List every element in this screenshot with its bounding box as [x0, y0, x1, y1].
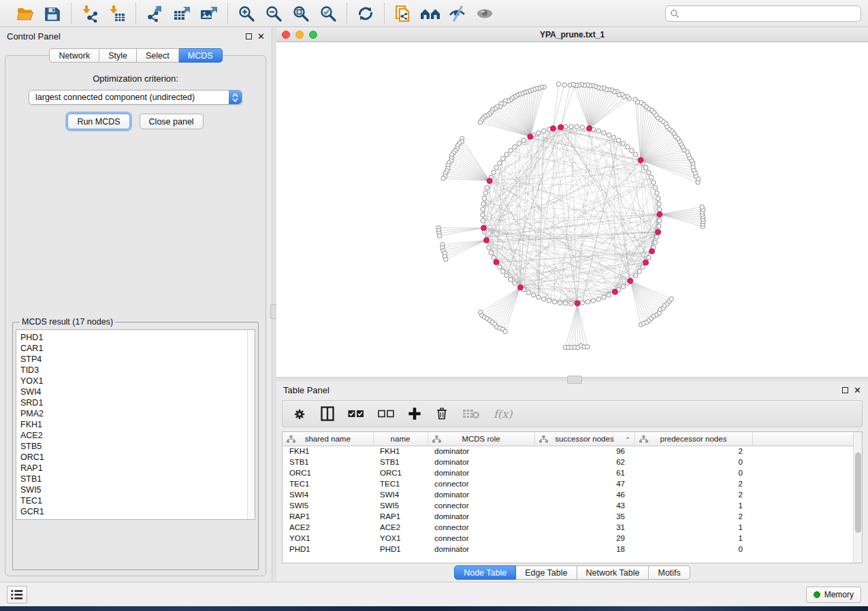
mcds-result-item[interactable]: PHD1: [20, 332, 251, 343]
cell-mcds-role[interactable]: connector: [428, 500, 534, 511]
tab-network[interactable]: Network: [49, 48, 99, 63]
import-table-icon[interactable]: [106, 3, 129, 24]
cell-name[interactable]: YOX1: [373, 533, 428, 544]
cell-shared-name[interactable]: SWI4: [283, 489, 373, 500]
cell-mcds-role[interactable]: dominator: [428, 544, 534, 555]
tab-style[interactable]: Style: [99, 48, 137, 63]
zoom-in-icon[interactable]: [235, 3, 258, 24]
cell-mcds-role[interactable]: dominator: [428, 457, 534, 467]
cell-mcds-role[interactable]: connector: [428, 478, 534, 489]
cell-successor-nodes[interactable]: 18: [534, 544, 634, 555]
column-header-name[interactable]: name: [373, 432, 428, 446]
hide-selected-icon[interactable]: [446, 3, 469, 24]
mcds-result-item[interactable]: STB5: [20, 441, 251, 452]
float-panel-icon[interactable]: [246, 33, 252, 39]
column-header-successor-nodes[interactable]: successor nodes⌄: [534, 432, 634, 446]
cell-successor-nodes[interactable]: 96: [534, 446, 634, 457]
optimization-criterion-select[interactable]: largest connected component (undirected): [29, 90, 242, 105]
memory-button[interactable]: Memory: [806, 587, 861, 603]
horizontal-splitter[interactable]: [276, 377, 868, 381]
cell-name[interactable]: STB1: [373, 457, 428, 467]
tab-motifs[interactable]: Motifs: [649, 565, 690, 580]
first-neighbors-icon[interactable]: [419, 3, 442, 24]
cell-shared-name[interactable]: TEC1: [283, 478, 373, 489]
save-session-icon[interactable]: [41, 3, 64, 24]
table-row[interactable]: FKH1FKH1dominator962: [283, 446, 855, 457]
mcds-result-item[interactable]: RAP1: [20, 463, 251, 474]
close-panel-button[interactable]: Close panel: [140, 114, 204, 129]
import-network-icon[interactable]: [78, 3, 101, 24]
table-row[interactable]: TEC1TEC1connector472: [283, 478, 855, 489]
search-input[interactable]: [679, 9, 856, 18]
cell-name[interactable]: ACE2: [373, 522, 428, 533]
cell-mcds-role[interactable]: dominator: [428, 511, 534, 522]
table-scrollbar[interactable]: [853, 432, 862, 563]
export-image-icon[interactable]: [197, 3, 221, 24]
mcds-result-listbox[interactable]: PHD1CAR1STP4TID3YOX1SWI4SRD1PMA2FKH1ACE2…: [16, 329, 255, 520]
table-row[interactable]: SWI5SWI5connector431: [283, 500, 855, 511]
show-all-icon[interactable]: [473, 3, 496, 24]
cell-name[interactable]: FKH1: [373, 446, 428, 457]
cell-shared-name[interactable]: STB1: [283, 457, 373, 467]
cell-successor-nodes[interactable]: 31: [534, 522, 634, 533]
cell-mcds-role[interactable]: connector: [428, 522, 534, 533]
apply-preferred-layout-icon[interactable]: [354, 3, 377, 24]
network-canvas[interactable]: [276, 42, 868, 377]
deselect-all-icon[interactable]: [378, 409, 394, 418]
cell-shared-name[interactable]: ORC1: [283, 467, 373, 478]
mcds-result-item[interactable]: SWI4: [20, 386, 251, 397]
cell-successor-nodes[interactable]: 46: [534, 489, 634, 500]
cell-name[interactable]: ORC1: [373, 467, 428, 478]
cell-successor-nodes[interactable]: 29: [534, 533, 634, 544]
tab-edge-table[interactable]: Edge Table: [516, 565, 577, 580]
export-network-icon[interactable]: [143, 3, 166, 24]
zoom-out-icon[interactable]: [262, 3, 285, 24]
table-row[interactable]: YOX1YOX1connector291: [283, 533, 855, 544]
mcds-result-item[interactable]: SRD1: [20, 397, 251, 408]
splitter-grip[interactable]: [567, 376, 582, 384]
cell-successor-nodes[interactable]: 43: [534, 500, 634, 511]
add-column-icon[interactable]: [408, 407, 421, 420]
mcds-result-item[interactable]: YOX1: [20, 376, 251, 386]
column-header-predecessor-nodes[interactable]: predecessor nodes: [634, 432, 752, 446]
show-columns-icon[interactable]: [321, 406, 334, 421]
close-panel-icon[interactable]: ✕: [257, 33, 265, 39]
table-row[interactable]: PHD1PHD1dominator180: [283, 544, 855, 555]
mcds-result-item[interactable]: ACE2: [20, 430, 251, 441]
cell-name[interactable]: TEC1: [373, 478, 428, 489]
cell-predecessor-nodes[interactable]: 2: [634, 446, 752, 457]
cell-mcds-role[interactable]: dominator: [428, 467, 534, 478]
cell-name[interactable]: SWI5: [373, 500, 428, 511]
cell-predecessor-nodes[interactable]: 1: [634, 500, 752, 511]
delete-table-icon[interactable]: [462, 408, 480, 420]
scrollbar-thumb[interactable]: [855, 452, 861, 533]
cell-successor-nodes[interactable]: 62: [534, 457, 634, 467]
open-session-icon[interactable]: [14, 3, 37, 24]
column-header-shared-name[interactable]: shared name: [283, 432, 373, 446]
mcds-result-item[interactable]: GCR1: [20, 506, 251, 517]
cell-mcds-role[interactable]: dominator: [428, 489, 534, 500]
network-graph[interactable]: [276, 42, 868, 377]
cell-predecessor-nodes[interactable]: 0: [634, 457, 752, 467]
mcds-result-item[interactable]: TEC1: [20, 495, 251, 506]
mcds-result-item[interactable]: STP4: [20, 354, 251, 365]
mcds-result-item[interactable]: PMA2: [20, 408, 251, 419]
tab-mcds[interactable]: MCDS: [179, 48, 223, 63]
cell-shared-name[interactable]: YOX1: [283, 533, 373, 544]
cell-predecessor-nodes[interactable]: 0: [634, 544, 752, 555]
zoom-selected-icon[interactable]: [317, 3, 340, 24]
table-row[interactable]: ACE2ACE2connector311: [283, 522, 855, 533]
mcds-result-item[interactable]: STB1: [20, 474, 251, 484]
cell-predecessor-nodes[interactable]: 2: [634, 511, 752, 522]
cell-name[interactable]: PHD1: [373, 544, 428, 555]
cell-shared-name[interactable]: RAP1: [283, 511, 373, 522]
table-row[interactable]: RAP1RAP1dominator352: [283, 511, 855, 522]
cell-predecessor-nodes[interactable]: 1: [634, 522, 752, 533]
delete-column-icon[interactable]: [435, 406, 449, 421]
column-header-mcds-role[interactable]: MCDS role: [428, 432, 534, 446]
cell-name[interactable]: RAP1: [373, 511, 428, 522]
cell-mcds-role[interactable]: connector: [428, 533, 534, 544]
table-row[interactable]: SWI4SWI4dominator462: [283, 489, 855, 500]
mcds-result-item[interactable]: TID3: [20, 365, 251, 376]
table-settings-icon[interactable]: [292, 406, 307, 421]
